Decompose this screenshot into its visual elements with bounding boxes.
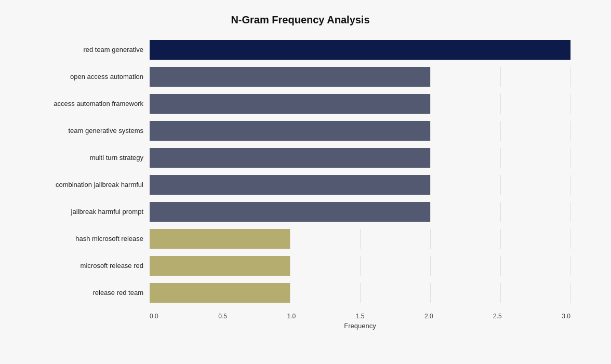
grid-line bbox=[570, 121, 571, 141]
grid-line bbox=[570, 67, 571, 87]
bar-label: multi turn strategy bbox=[30, 154, 150, 161]
bar-row: open access automation bbox=[30, 63, 570, 90]
bar-fill bbox=[150, 283, 290, 303]
bar-track bbox=[150, 67, 570, 87]
grid-line bbox=[570, 148, 571, 168]
bar-fill bbox=[150, 202, 430, 222]
grid-line bbox=[500, 148, 501, 168]
grid-line bbox=[570, 40, 571, 60]
grid-line bbox=[500, 175, 501, 195]
bar-fill bbox=[150, 40, 570, 60]
grid-line bbox=[570, 94, 571, 114]
bar-row: multi turn strategy bbox=[30, 144, 570, 171]
grid-line bbox=[570, 175, 571, 195]
chart-container: N-Gram Frequency Analysis red team gener… bbox=[20, 4, 591, 361]
bar-row: combination jailbreak harmful bbox=[30, 171, 570, 198]
x-tick-label: 3.0 bbox=[562, 313, 570, 320]
grid-line bbox=[500, 121, 501, 141]
bar-label: microsoft release red bbox=[30, 262, 150, 269]
grid-line bbox=[360, 229, 361, 249]
grid-line bbox=[430, 148, 431, 168]
bar-fill bbox=[150, 229, 290, 249]
grid-line bbox=[430, 202, 431, 222]
bar-row: red team generative bbox=[30, 36, 570, 63]
grid-line bbox=[570, 202, 571, 222]
bar-row: microsoft release red bbox=[30, 252, 570, 279]
grid-line bbox=[430, 94, 431, 114]
bar-label: release red team bbox=[30, 289, 150, 296]
bar-row: access automation framework bbox=[30, 90, 570, 117]
grid-line bbox=[290, 229, 290, 249]
grid-line bbox=[290, 283, 290, 303]
grid-line bbox=[430, 121, 431, 141]
grid-line bbox=[360, 256, 361, 276]
x-tick-label: 2.0 bbox=[424, 313, 433, 320]
grid-line bbox=[290, 256, 290, 276]
bar-track bbox=[150, 229, 570, 249]
bar-label: jailbreak harmful prompt bbox=[30, 208, 150, 215]
bar-fill bbox=[150, 94, 430, 114]
x-tick-label: 1.0 bbox=[287, 313, 296, 320]
bar-label: access automation framework bbox=[30, 100, 150, 107]
bar-row: release red team bbox=[30, 279, 570, 306]
grid-line bbox=[360, 283, 361, 303]
bar-track bbox=[150, 283, 570, 303]
bar-label: team generative systems bbox=[30, 127, 150, 134]
bar-chart: red team generativeopen access automatio… bbox=[30, 36, 570, 330]
x-tick-label: 1.5 bbox=[356, 313, 365, 320]
grid-line bbox=[570, 283, 571, 303]
bar-track bbox=[150, 175, 570, 195]
bar-label: hash microsoft release bbox=[30, 235, 150, 242]
bar-track bbox=[150, 256, 570, 276]
grid-line bbox=[430, 256, 431, 276]
bar-row: hash microsoft release bbox=[30, 225, 570, 252]
bar-label: open access automation bbox=[30, 73, 150, 80]
grid-line bbox=[430, 229, 431, 249]
bar-fill bbox=[150, 256, 290, 276]
bar-track bbox=[150, 202, 570, 222]
bar-row: team generative systems bbox=[30, 117, 570, 144]
bar-label: red team generative bbox=[30, 46, 150, 53]
grid-line bbox=[500, 256, 501, 276]
grid-line bbox=[500, 229, 501, 249]
bar-fill bbox=[150, 148, 430, 168]
x-axis-labels: 0.00.51.01.52.02.53.0 bbox=[150, 311, 570, 320]
grid-line bbox=[430, 67, 431, 87]
grid-line bbox=[500, 283, 501, 303]
chart-title: N-Gram Frequency Analysis bbox=[30, 14, 570, 26]
x-axis-title: Frequency bbox=[150, 322, 570, 330]
bar-fill bbox=[150, 121, 430, 141]
bar-fill bbox=[150, 67, 430, 87]
grid-line bbox=[500, 94, 501, 114]
grid-line bbox=[570, 256, 571, 276]
x-tick-label: 2.5 bbox=[493, 313, 502, 320]
grid-line bbox=[430, 283, 431, 303]
x-axis: 0.00.51.01.52.02.53.0 bbox=[150, 311, 570, 320]
grid-line bbox=[500, 67, 501, 87]
grid-line bbox=[500, 202, 501, 222]
grid-line bbox=[570, 229, 571, 249]
bars-area: red team generativeopen access automatio… bbox=[30, 36, 570, 306]
bar-fill bbox=[150, 175, 430, 195]
x-tick-label: 0.5 bbox=[218, 313, 227, 320]
bar-track bbox=[150, 94, 570, 114]
x-tick-label: 0.0 bbox=[150, 313, 158, 320]
bar-row: jailbreak harmful prompt bbox=[30, 198, 570, 225]
bar-label: combination jailbreak harmful bbox=[30, 181, 150, 188]
bar-track bbox=[150, 148, 570, 168]
bar-track bbox=[150, 121, 570, 141]
bar-track bbox=[150, 40, 570, 60]
grid-line bbox=[430, 175, 431, 195]
